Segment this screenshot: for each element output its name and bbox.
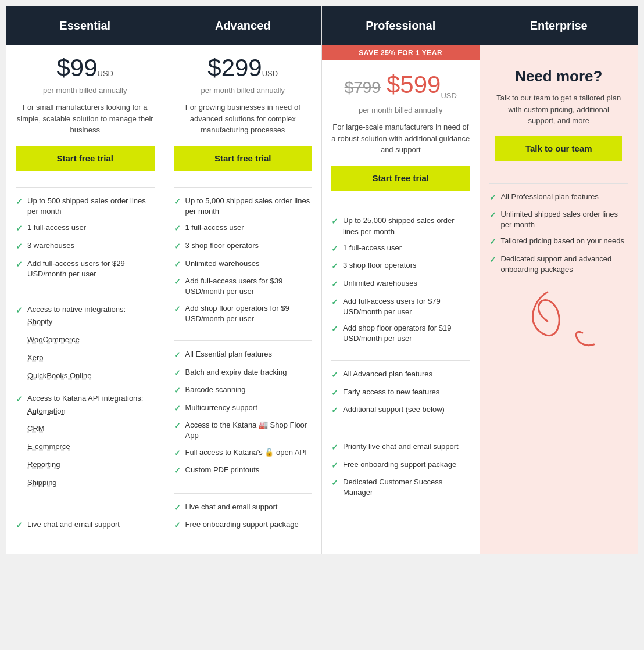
feature-item: ✓Free onboarding support package <box>331 459 470 472</box>
feature-item: ✓Priority live chat and email support <box>331 441 470 454</box>
check-icon: ✓ <box>174 304 181 315</box>
plan-desc-advanced: For growing businesses in need of advanc… <box>174 102 313 137</box>
feature-item: ✓Live chat and email support <box>174 502 313 514</box>
cta-essential[interactable]: Start free trial <box>16 146 155 171</box>
feature-item: ✓Tailored pricing based on your needs <box>489 236 629 248</box>
plan-professional: Professional SAVE 25% FOR 1 YEAR $799 $5… <box>322 6 480 554</box>
check-icon: ✓ <box>331 460 338 472</box>
feature-list-enterprise: ✓All Professional plan features ✓Unlimit… <box>489 192 629 281</box>
feature-item: ✓Up to 25,000 shipped sales order lines … <box>331 216 470 236</box>
feature-item: ✓Barcode scanning <box>174 385 313 397</box>
feature-item: ✓Add shop floor operators for $9 USD/mon… <box>174 303 313 324</box>
plan-advanced: Advanced $299USD per month billed annual… <box>164 6 323 554</box>
check-icon: ✓ <box>16 520 23 532</box>
feature-item: ✓Up to 5,000 shipped sales order lines p… <box>174 196 313 217</box>
enterprise-need-more: Need more? Talk to our team to get a tai… <box>489 56 629 178</box>
feature-item: ✓Access to the Katana 🏭 Shop Floor App <box>174 420 313 441</box>
plan-header-professional: Professional <box>322 6 480 45</box>
feature-item: ✓1 full-access user <box>16 222 155 235</box>
feature-list-essential-2: ✓ Access to native integrations: Shopify… <box>16 304 155 501</box>
feature-item: ✓All Essential plan features <box>174 349 313 361</box>
plan-header-essential: Essential <box>6 6 164 45</box>
check-icon: ✓ <box>174 196 181 208</box>
check-icon: ✓ <box>174 448 181 459</box>
feature-item: ✓Free onboarding support package <box>174 519 313 532</box>
plan-body-advanced: $299USD per month billed annually For gr… <box>164 45 322 554</box>
sub-list-native: Shopify WooCommerce Xero QuickBooks Onli… <box>27 316 126 382</box>
red-squiggle-decoration <box>489 286 629 356</box>
feature-item: ✓1 full-access user <box>331 243 470 255</box>
check-icon: ✓ <box>331 297 338 308</box>
pricing-grid: Essential $99USD per month billed annual… <box>6 6 638 554</box>
feature-list-professional-1: ✓Up to 25,000 shipped sales order lines … <box>331 216 470 350</box>
price-old-professional: $799 <box>345 78 381 97</box>
feature-item: ✓Dedicated Customer Success Manager <box>331 477 470 498</box>
check-icon: ✓ <box>331 324 338 335</box>
check-icon: ✓ <box>489 254 496 266</box>
plan-title-professional: Professional <box>366 19 435 32</box>
cta-enterprise[interactable]: Talk to our team <box>495 136 623 161</box>
price-area-essential: $99USD <box>16 56 155 80</box>
plan-header-enterprise: Enterprise <box>480 6 638 45</box>
check-icon: ✓ <box>174 241 181 253</box>
check-icon: ✓ <box>489 236 496 248</box>
check-icon: ✓ <box>174 223 181 235</box>
feature-item: ✓Full access to Katana's 🔓 open API <box>174 447 313 459</box>
plan-title-essential: Essential <box>59 19 110 32</box>
feature-item: ✓Up to 500 shipped sales order lines per… <box>16 196 155 217</box>
check-icon: ✓ <box>331 369 338 381</box>
feature-item: ✓ Access to Katana API integrations: Aut… <box>16 393 155 494</box>
price-period-professional: per month billed annually <box>331 106 470 114</box>
check-icon: ✓ <box>331 261 338 272</box>
price-essential: $99USD <box>16 56 155 80</box>
feature-item: ✓Add shop floor operators for $19 USD/mo… <box>331 323 470 344</box>
feature-list-essential-3: ✓Live chat and email support <box>16 519 155 537</box>
check-icon: ✓ <box>174 520 181 532</box>
plan-title-advanced: Advanced <box>215 19 271 32</box>
feature-item: ✓Unlimited warehouses <box>174 258 313 271</box>
check-icon: ✓ <box>331 405 338 416</box>
price-period-advanced: per month billed annually <box>174 86 313 95</box>
plan-body-essential: $99USD per month billed annually For sma… <box>6 45 164 554</box>
plan-header-advanced: Advanced <box>164 6 322 45</box>
feature-list-professional-3: ✓Priority live chat and email support ✓F… <box>331 441 470 504</box>
feature-item: ✓Batch and expiry date tracking <box>174 367 313 379</box>
feature-item: ✓Add full-access users for $29 USD/month… <box>16 258 155 279</box>
price-row-professional: $799 $599USD <box>331 71 470 100</box>
check-icon: ✓ <box>174 259 181 271</box>
feature-item: ✓Early access to new features <box>331 387 470 399</box>
check-icon: ✓ <box>174 276 181 288</box>
feature-item: ✓Additional support (see below) <box>331 404 470 416</box>
price-period-essential: per month billed annually <box>16 86 155 95</box>
check-icon: ✓ <box>174 465 181 477</box>
plan-enterprise: Enterprise Need more? Talk to our team t… <box>480 6 638 554</box>
price-area-professional: $799 $599USD <box>331 71 470 100</box>
check-icon: ✓ <box>174 403 181 415</box>
cta-advanced[interactable]: Start free trial <box>174 146 313 171</box>
check-icon: ✓ <box>174 350 181 361</box>
plan-essential: Essential $99USD per month billed annual… <box>6 6 164 554</box>
check-icon: ✓ <box>331 216 338 228</box>
feature-list-essential-1: ✓Up to 500 shipped sales order lines per… <box>16 196 155 285</box>
feature-item: ✓Custom PDF printouts <box>174 465 313 477</box>
feature-list-advanced-3: ✓Live chat and email support ✓Free onboa… <box>174 502 313 537</box>
plan-body-enterprise: Need more? Talk to our team to get a tai… <box>480 45 638 554</box>
price-advanced: $299USD <box>174 56 313 80</box>
feature-item: ✓Unlimited shipped sales order lines per… <box>489 209 629 230</box>
cta-professional[interactable]: Start free trial <box>331 166 470 191</box>
price-area-advanced: $299USD <box>174 56 313 80</box>
feature-item: ✓1 full-access user <box>174 222 313 235</box>
feature-item: ✓Dedicated support and advanced onboardi… <box>489 254 629 275</box>
feature-item: ✓Add full-access users for $39 USD/month… <box>174 276 313 297</box>
feature-list-advanced-2: ✓All Essential plan features ✓Batch and … <box>174 349 313 483</box>
check-icon: ✓ <box>16 259 23 271</box>
feature-item: ✓3 warehouses <box>16 240 155 253</box>
check-icon: ✓ <box>16 241 23 253</box>
feature-item: ✓Unlimited warehouses <box>331 278 470 290</box>
feature-item: ✓3 shop floor operators <box>331 260 470 272</box>
feature-item: ✓3 shop floor operators <box>174 240 313 253</box>
check-icon: ✓ <box>174 385 181 397</box>
check-icon: ✓ <box>489 210 496 221</box>
plan-body-professional: $799 $599USD per month billed annually F… <box>322 60 480 554</box>
need-more-title: Need more? <box>495 67 623 85</box>
